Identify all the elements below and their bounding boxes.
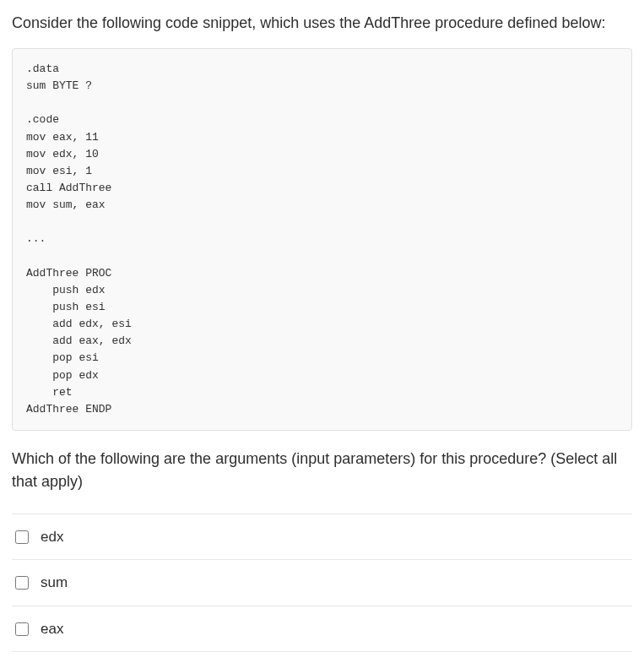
option-checkbox[interactable] — [15, 530, 29, 544]
code-block: .data sum BYTE ? .code mov eax, 11 mov e… — [12, 48, 632, 431]
option-label: sum — [41, 572, 68, 594]
option-label: edx — [41, 526, 63, 548]
option-row[interactable]: sum — [12, 559, 632, 606]
question-prompt: Which of the following are the arguments… — [12, 448, 632, 493]
options-list: edx sum eax esi — [12, 514, 632, 663]
option-checkbox[interactable] — [15, 622, 29, 636]
option-row[interactable]: edx — [12, 514, 632, 560]
option-row[interactable]: eax — [12, 606, 632, 652]
question-intro: Consider the following code snippet, whi… — [12, 12, 632, 35]
option-label: eax — [41, 618, 63, 640]
option-checkbox[interactable] — [15, 576, 29, 590]
option-row[interactable]: esi — [12, 651, 632, 663]
